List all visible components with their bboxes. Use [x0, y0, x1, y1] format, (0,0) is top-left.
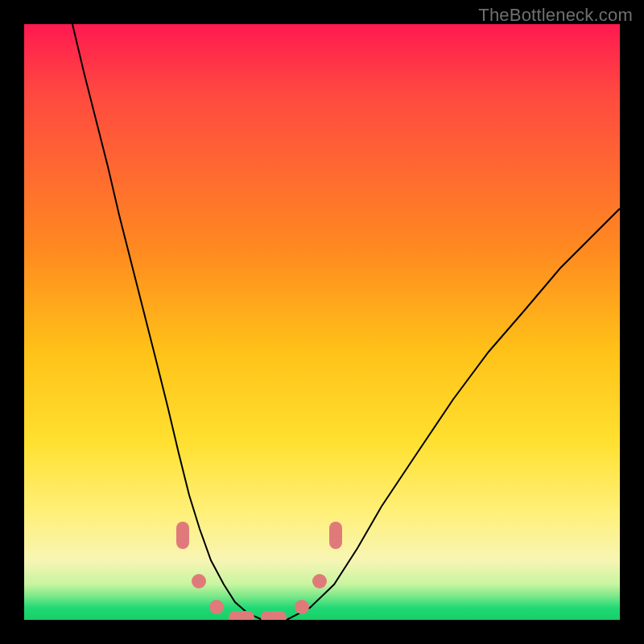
curve-marker [192, 574, 206, 588]
bottleneck-curve [72, 24, 620, 620]
chart-frame: TheBottleneck.com [0, 0, 644, 644]
plot-area [24, 24, 620, 620]
watermark-text: TheBottleneck.com [478, 5, 633, 26]
curve-marker [176, 522, 189, 549]
curve-marker [312, 574, 327, 588]
curve-marker [209, 600, 224, 614]
curve-marker [261, 611, 287, 620]
curve-svg [24, 24, 620, 620]
curve-marker [229, 611, 254, 620]
curve-marker [329, 522, 342, 549]
curve-marker [295, 600, 309, 614]
